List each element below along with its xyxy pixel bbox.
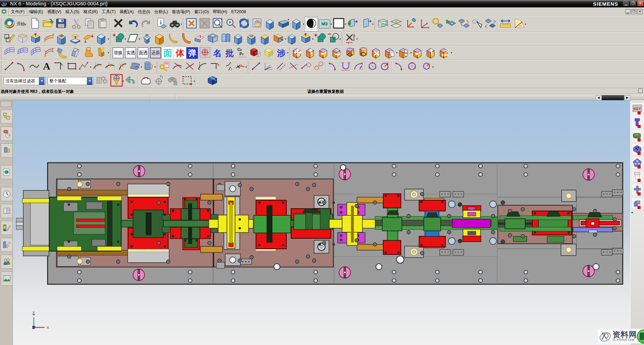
- svg-text:i: i: [160, 19, 161, 26]
- svg-text:X: X: [47, 325, 49, 329]
- svg-text:PY: PY: [239, 52, 244, 57]
- svg-text:Y: Y: [32, 311, 35, 315]
- svg-text:1: 1: [231, 68, 232, 71]
- svg-text:x: x: [348, 42, 349, 45]
- svg-text:x: x: [354, 34, 356, 37]
- svg-text:CO: CO: [237, 48, 242, 52]
- svg-text:KEY: KEY: [634, 107, 641, 111]
- svg-text:x: x: [447, 48, 449, 51]
- svg-text:Z: Z: [32, 326, 34, 329]
- svg-text:A: A: [43, 60, 50, 72]
- svg-text:45: 45: [519, 25, 522, 27]
